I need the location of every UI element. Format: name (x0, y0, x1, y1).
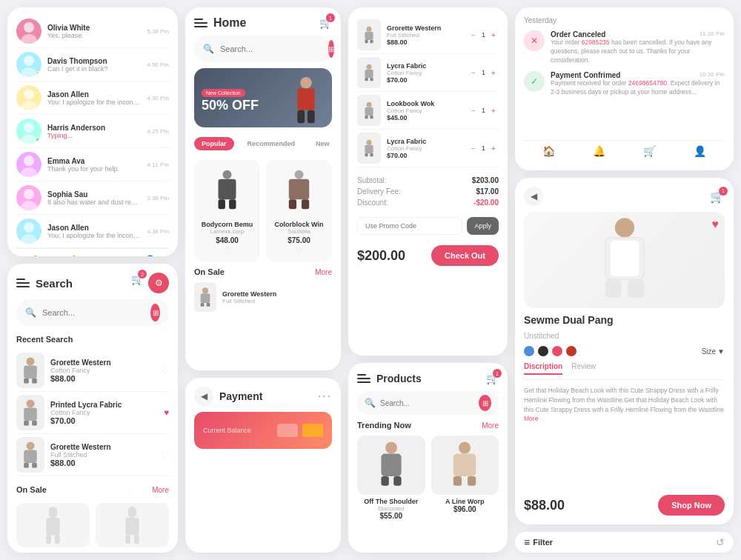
refresh-icon[interactable]: ↺ (716, 536, 725, 548)
detail-cart-badge[interactable]: 🛒 1 (710, 190, 725, 204)
filter-button[interactable]: ≡ Filter (524, 536, 553, 548)
color-darkred[interactable] (566, 346, 576, 356)
home-hamburger[interactable] (194, 19, 207, 27)
search-input[interactable] (42, 308, 144, 317)
size-selector[interactable]: Size ▼ (702, 347, 725, 356)
products-filter-btn[interactable]: ⊞ (479, 395, 491, 411)
home-filter-btn[interactable]: ⊞ (328, 40, 334, 58)
sale-item-1[interactable] (16, 503, 90, 547)
msg-item-3[interactable]: Harris Anderson Typing... 4.25 Pm (16, 115, 169, 148)
qty-plus-2[interactable]: + (488, 105, 499, 116)
svg-point-46 (202, 287, 208, 293)
msg-item-6[interactable]: Jason Allen You: I apologize for the inc… (16, 215, 169, 248)
home-header: Home 🛒 1 (194, 16, 332, 30)
svg-rect-45 (302, 199, 309, 209)
svg-rect-47 (201, 293, 210, 303)
msg-item-5[interactable]: Sophia Sau It also has water and dust re… (16, 181, 169, 215)
prod-heart-1[interactable]: ♡ (200, 246, 254, 256)
sale-img-1 (16, 503, 90, 547)
msg-time-4: 4.11 Pm (147, 161, 169, 168)
filter-btn-small[interactable]: ⊞ (150, 304, 160, 321)
svg-point-9 (21, 167, 37, 177)
search-bar[interactable]: 🔍 ⊞ (16, 299, 169, 326)
products-search[interactable]: 🔍 ⊞ (357, 391, 499, 415)
cart-price-0: $88.00 (387, 39, 462, 46)
products-search-input[interactable] (380, 399, 474, 407)
shop-now-btn[interactable]: Shop Now (658, 495, 725, 516)
products-hamburger[interactable] (357, 374, 370, 383)
recent-item-0[interactable]: Grorette Western Cotton Fancy $88.00 ♡ (16, 350, 169, 392)
prod-heart-2[interactable]: ♡ (272, 246, 326, 256)
mail-nav-icon[interactable]: ✉️ (105, 255, 118, 256)
user-nav-icon[interactable]: 👤 (144, 255, 156, 256)
sale-more-link[interactable]: More (315, 268, 332, 276)
msg-avatar-2 (16, 85, 41, 110)
detail-header: ◀ 🛒 1 (524, 187, 725, 206)
recent-heart-1[interactable]: ♥ (164, 407, 169, 418)
svg-point-58 (367, 102, 372, 107)
qty-minus-0[interactable]: − (468, 30, 479, 40)
msg-item-4[interactable]: Emma Ava Thank you for your help. 4.11 P… (16, 148, 169, 181)
apply-btn[interactable]: Apply (467, 217, 499, 235)
qty-minus-3[interactable]: − (468, 143, 479, 153)
trend-heart-1[interactable]: ♡ (357, 520, 425, 530)
svg-rect-59 (365, 107, 373, 116)
trend-heart-2[interactable]: ♡ (431, 513, 499, 523)
home-cart-badge[interactable]: 🛒 1 (319, 16, 332, 30)
qty-plus-0[interactable]: + (488, 30, 499, 40)
payment-back-btn[interactable]: ◀ (194, 387, 213, 406)
notif-bell-icon[interactable]: 🔔 (593, 145, 605, 157)
trend-item-1[interactable]: Off The Shoulder Discosted $55.00 ♡ (357, 436, 425, 530)
color-red[interactable] (552, 346, 562, 356)
cart-badge[interactable]: 🛒 2 (131, 273, 144, 293)
detail-back-btn[interactable]: ◀ (524, 187, 543, 206)
hamburger-icon[interactable] (16, 279, 30, 287)
tab-review[interactable]: Review (571, 362, 596, 375)
qty-plus-3[interactable]: + (488, 143, 499, 153)
products-cart-badge[interactable]: 🛒 1 (486, 372, 499, 385)
filter-icon-btn[interactable]: ⚙ (148, 273, 169, 293)
qty-num-1: 1 (482, 69, 485, 76)
svg-rect-78 (628, 279, 644, 298)
tab-description[interactable]: Discription (524, 362, 562, 375)
home-nav-icon[interactable]: 🏠 (29, 255, 41, 256)
notif-home-icon[interactable]: 🏠 (542, 145, 555, 157)
payment-more-icon[interactable]: ··· (318, 390, 332, 403)
msg-item-0[interactable]: Olivia White Yes, please. 5.38 Pm (16, 15, 169, 48)
home-tab-0[interactable]: Popular (194, 137, 234, 150)
recent-heart-2[interactable]: ♡ (161, 450, 169, 460)
msg-name-2: Jason Allen (47, 90, 141, 99)
home-banner: New Collection 50% OFF (194, 68, 332, 127)
prod-card-1[interactable]: Bodycorn Bemu Lamexk corp $48.00 ♡ (194, 160, 260, 261)
home-tab-2[interactable]: New (308, 137, 337, 150)
color-black[interactable] (538, 346, 548, 356)
msg-item-1[interactable]: Davis Thompson Can I get it in black? 4.… (16, 48, 169, 81)
qty-minus-2[interactable]: − (468, 105, 479, 116)
on-sale-more[interactable]: More (152, 486, 169, 494)
sale-preview-img (194, 282, 216, 312)
bell-nav-icon[interactable]: 🔔 (67, 255, 80, 256)
home-search-bar[interactable]: 🔍 ⊞ (194, 36, 332, 62)
detail-heart-icon[interactable]: ♥ (712, 218, 720, 231)
notif-cart-icon[interactable]: 🛒 (643, 145, 656, 157)
trend-item-2[interactable]: A Line Worp $96.00 ♡ (431, 436, 499, 530)
sale-item-2[interactable] (96, 503, 169, 547)
recent-item-1[interactable]: Printed Lycra Fabric Cotton Fancy $70.00… (16, 392, 169, 434)
cart-price-3: $70.00 (387, 152, 462, 159)
notif-user-icon[interactable]: 👤 (694, 145, 706, 157)
prod-card-2[interactable]: Colorblock Win Soundila $75.00 ♡ (266, 160, 332, 261)
recent-heart-0[interactable]: ♡ (161, 365, 169, 376)
trending-more[interactable]: More (482, 421, 499, 430)
msg-item-2[interactable]: Jason Allen You: I apologize for the inc… (16, 81, 169, 115)
detail-more-link[interactable]: More (524, 415, 538, 422)
home-tab-1[interactable]: Recommended (240, 137, 303, 150)
color-blue[interactable] (524, 346, 534, 356)
qty-minus-1[interactable]: − (468, 67, 479, 78)
recent-item-2[interactable]: Grorette Western Full Stitched $88.00 ♡ (16, 434, 169, 476)
promo-input[interactable] (357, 217, 462, 235)
cart-info-3: Lycra Fabric Cotton Fancy $70.00 (387, 138, 462, 159)
checkout-btn[interactable]: Check Out (431, 245, 499, 266)
qty-plus-1[interactable]: + (488, 67, 499, 78)
detail-brand: Unstitched (524, 332, 725, 340)
home-search-input[interactable] (220, 44, 322, 53)
